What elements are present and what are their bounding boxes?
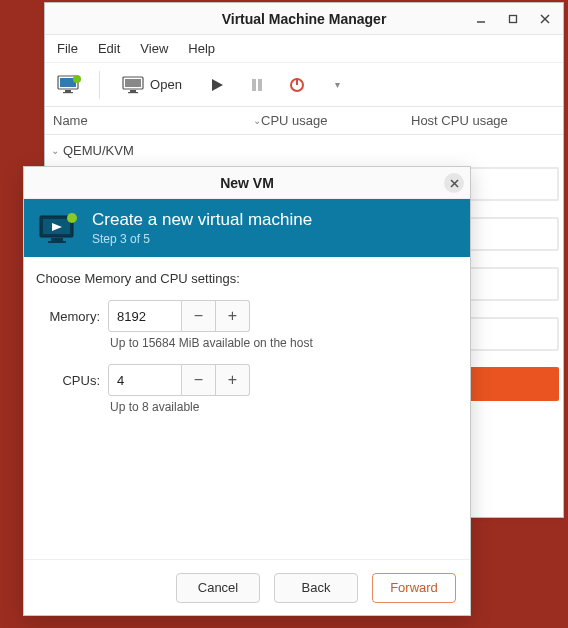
- svg-rect-1: [510, 16, 517, 23]
- svg-point-8: [73, 75, 81, 83]
- memory-hint: Up to 15684 MiB available on the host: [110, 336, 458, 350]
- dialog-header-text: Create a new virtual machine Step 3 of 5: [92, 210, 312, 246]
- svg-rect-24: [48, 241, 66, 243]
- cpus-input[interactable]: [108, 364, 182, 396]
- dialog-header: Create a new virtual machine Step 3 of 5: [24, 199, 470, 257]
- minus-icon: −: [194, 371, 203, 389]
- cpus-spinner: − +: [108, 364, 250, 396]
- dialog-titlebar: New VM: [24, 167, 470, 199]
- memory-label: Memory:: [36, 309, 100, 324]
- dialog-header-step: Step 3 of 5: [92, 232, 312, 246]
- column-cpu-label: CPU usage: [261, 113, 327, 128]
- memory-row: Memory: − +: [36, 300, 458, 332]
- power-icon: [288, 76, 306, 94]
- expand-chevron-icon: ⌄: [51, 145, 59, 156]
- dialog-footer: Cancel Back Forward: [24, 559, 470, 615]
- new-vm-button[interactable]: [51, 69, 89, 101]
- svg-rect-6: [65, 90, 71, 92]
- minimize-button[interactable]: [469, 9, 493, 29]
- memory-spinner: − +: [108, 300, 250, 332]
- forward-button[interactable]: Forward: [372, 573, 456, 603]
- pause-button[interactable]: [240, 69, 274, 101]
- main-titlebar: Virtual Machine Manager: [45, 3, 563, 35]
- svg-rect-14: [252, 79, 256, 91]
- chevron-down-icon: ▾: [335, 79, 340, 90]
- dialog-prompt: Choose Memory and CPU settings:: [36, 271, 458, 286]
- menu-edit[interactable]: Edit: [98, 41, 120, 56]
- plus-icon: +: [228, 307, 237, 325]
- svg-rect-23: [51, 238, 63, 241]
- cpus-label: CPUs:: [36, 373, 100, 388]
- run-button[interactable]: [200, 69, 234, 101]
- cpus-hint: Up to 8 available: [110, 400, 458, 414]
- monitor-icon: [122, 76, 144, 94]
- back-label: Back: [302, 580, 331, 595]
- new-vm-dialog: New VM Create a new virtual machine Step…: [23, 166, 471, 616]
- dialog-title: New VM: [220, 175, 274, 191]
- column-host-cpu[interactable]: Host CPU usage: [411, 113, 563, 128]
- menu-help[interactable]: Help: [188, 41, 215, 56]
- menu-file[interactable]: File: [57, 41, 78, 56]
- svg-rect-10: [125, 79, 141, 87]
- back-button[interactable]: Back: [274, 573, 358, 603]
- column-name[interactable]: Name ⌄: [45, 113, 261, 128]
- svg-rect-15: [258, 79, 262, 91]
- toolbar: Open ▾: [45, 63, 563, 107]
- play-icon: [209, 77, 225, 93]
- column-headers: Name ⌄ CPU usage Host CPU usage: [45, 107, 563, 135]
- memory-increment[interactable]: +: [216, 300, 250, 332]
- cancel-label: Cancel: [198, 580, 238, 595]
- cancel-button[interactable]: Cancel: [176, 573, 260, 603]
- svg-marker-13: [212, 79, 223, 91]
- cpus-increment[interactable]: +: [216, 364, 250, 396]
- close-button[interactable]: [533, 9, 557, 29]
- svg-rect-7: [63, 92, 73, 93]
- connection-tree: ⌄ QEMU/KVM: [45, 135, 563, 161]
- forward-label: Forward: [390, 580, 438, 595]
- maximize-button[interactable]: [501, 9, 525, 29]
- menu-view[interactable]: View: [140, 41, 168, 56]
- cpus-row: CPUs: − +: [36, 364, 458, 396]
- shutdown-menu-button[interactable]: ▾: [320, 69, 354, 101]
- menubar: File Edit View Help: [45, 35, 563, 63]
- memory-input[interactable]: [108, 300, 182, 332]
- vm-wizard-icon: [38, 212, 80, 244]
- dialog-header-title: Create a new virtual machine: [92, 210, 312, 230]
- shutdown-button[interactable]: [280, 69, 314, 101]
- toolbar-separator: [99, 71, 100, 99]
- close-icon: [450, 179, 459, 188]
- connection-label: QEMU/KVM: [63, 143, 134, 158]
- column-name-label: Name: [53, 113, 88, 128]
- plus-icon: +: [228, 371, 237, 389]
- open-button[interactable]: Open: [110, 69, 194, 101]
- cpus-decrement[interactable]: −: [182, 364, 216, 396]
- window-controls: [469, 3, 557, 35]
- svg-rect-11: [130, 90, 136, 92]
- pause-icon: [250, 78, 264, 92]
- dialog-close-button[interactable]: [444, 173, 464, 193]
- svg-rect-12: [128, 92, 138, 93]
- monitor-new-icon: [57, 75, 83, 95]
- column-cpu[interactable]: CPU usage: [261, 113, 411, 128]
- svg-point-25: [67, 213, 77, 223]
- connection-row[interactable]: ⌄ QEMU/KVM: [51, 139, 563, 161]
- minus-icon: −: [194, 307, 203, 325]
- dialog-body: Choose Memory and CPU settings: Memory: …: [24, 257, 470, 559]
- main-title: Virtual Machine Manager: [222, 11, 387, 27]
- memory-decrement[interactable]: −: [182, 300, 216, 332]
- open-button-label: Open: [150, 77, 182, 92]
- sort-chevron-icon: ⌄: [253, 115, 261, 126]
- column-host-cpu-label: Host CPU usage: [411, 113, 508, 128]
